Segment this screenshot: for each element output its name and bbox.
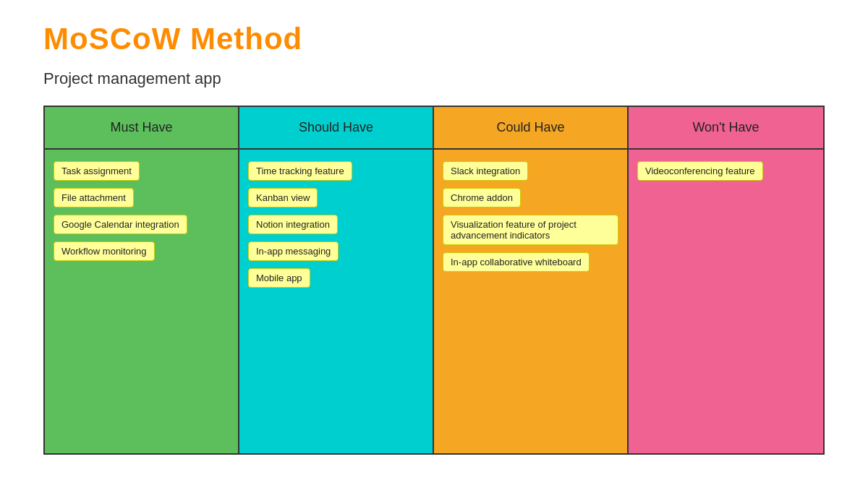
column-wont-have: Won't HaveVideoconferencing feature	[629, 107, 823, 453]
column-body-wont-have: Videoconferencing feature	[629, 150, 823, 453]
card-item[interactable]: Google Calendar integration	[54, 215, 187, 234]
card-item[interactable]: File attachment	[54, 188, 134, 207]
card-item[interactable]: Workflow monitoring	[54, 241, 155, 261]
card-item[interactable]: Slack integration	[443, 161, 528, 181]
card-item[interactable]: Mobile app	[248, 268, 310, 288]
card-item[interactable]: In-app collaborative whiteboard	[443, 252, 590, 272]
card-item[interactable]: Chrome addon	[443, 188, 521, 207]
card-item[interactable]: Time tracking feature	[248, 161, 352, 181]
page-title: MoSCoW Method	[43, 22, 825, 56]
page-subtitle: Project management app	[43, 69, 825, 88]
column-header-could-have: Could Have	[434, 107, 627, 150]
column-header-should-have: Should Have	[239, 107, 433, 150]
card-item[interactable]: Visualization feature of project advance…	[443, 215, 618, 245]
column-body-could-have: Slack integrationChrome addonVisualizati…	[434, 150, 627, 453]
card-item[interactable]: Task assignment	[54, 161, 140, 181]
column-could-have: Could HaveSlack integrationChrome addonV…	[434, 107, 629, 453]
column-body-must-have: Task assignmentFile attachmentGoogle Cal…	[45, 150, 238, 453]
column-header-wont-have: Won't Have	[629, 107, 823, 150]
moscow-grid: Must HaveTask assignmentFile attachmentG…	[43, 106, 825, 455]
card-item[interactable]: Videoconferencing feature	[637, 161, 763, 181]
column-body-should-have: Time tracking featureKanban viewNotion i…	[239, 150, 433, 453]
column-header-must-have: Must Have	[45, 107, 238, 150]
card-item[interactable]: In-app messaging	[248, 241, 339, 261]
column-should-have: Should HaveTime tracking featureKanban v…	[239, 107, 434, 453]
column-must-have: Must HaveTask assignmentFile attachmentG…	[45, 107, 239, 453]
card-item[interactable]: Kanban view	[248, 188, 318, 207]
card-item[interactable]: Notion integration	[248, 215, 338, 234]
